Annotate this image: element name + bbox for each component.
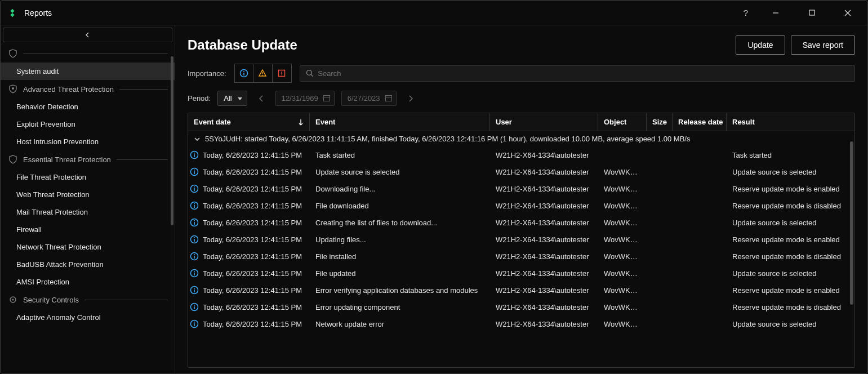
svg-rect-34: [194, 222, 195, 225]
cell-event-date: Today, 6/26/2023 12:41:15 PM: [201, 146, 310, 164]
svg-rect-35: [194, 220, 195, 221]
sidebar-item[interactable]: Exploit Prevention: [1, 115, 175, 133]
date-from-value: 12/31/1969: [282, 94, 318, 103]
svg-rect-40: [194, 256, 195, 259]
svg-rect-9: [243, 71, 244, 72]
cell-event: File downloaded: [310, 197, 490, 215]
table-scrollbar[interactable]: [850, 141, 853, 305]
svg-rect-44: [194, 271, 195, 272]
cell-event-date: Today, 6/26/2023 12:41:15 PM: [201, 214, 310, 231]
sidebar-scrollbar[interactable]: [171, 56, 173, 225]
sidebar-item[interactable]: AMSI Protection: [1, 273, 175, 291]
sidebar-item[interactable]: Mail Threat Protection: [1, 203, 175, 221]
table-row[interactable]: Today, 6/26/2023 12:41:15 PMError verify…: [188, 282, 854, 299]
table-row[interactable]: Today, 6/26/2023 12:41:15 PMError updati…: [188, 299, 854, 315]
cell-size: [647, 218, 673, 227]
table-row[interactable]: Today, 6/26/2023 12:41:15 PMCreating the…: [188, 214, 854, 231]
group-row[interactable]: 5SYoJUdH: started Today, 6/26/2023 11:41…: [188, 131, 854, 146]
cell-release: [673, 252, 727, 261]
cell-event: Task started: [310, 146, 490, 164]
minimize-button[interactable]: [763, 5, 789, 21]
table-row[interactable]: Today, 6/26/2023 12:41:15 PMFile updated…: [188, 265, 854, 282]
period-select[interactable]: All: [217, 91, 247, 106]
info-icon: [188, 184, 201, 193]
cell-release: [673, 302, 727, 311]
column-header-object[interactable]: Object: [598, 113, 647, 131]
cell-event: File updated: [310, 265, 490, 282]
period-next-button[interactable]: [403, 93, 418, 104]
svg-rect-31: [194, 205, 195, 208]
svg-rect-52: [194, 323, 195, 326]
svg-rect-1: [809, 10, 814, 15]
sidebar-collapse-button[interactable]: [3, 28, 172, 42]
date-from-input[interactable]: 12/31/1969: [275, 91, 335, 106]
period-prev-button[interactable]: [254, 93, 269, 104]
search-input-wrap[interactable]: [300, 65, 855, 82]
column-header-result[interactable]: Result: [727, 113, 854, 131]
cell-user: W21H2-X64-1334\autotester: [490, 248, 598, 265]
importance-info-toggle[interactable]: [234, 64, 253, 83]
maximize-button[interactable]: [799, 5, 825, 21]
date-to-input[interactable]: 6/27/2023: [341, 91, 397, 106]
sidebar-item[interactable]: Network Threat Protection: [1, 238, 175, 256]
sidebar-item[interactable]: Adaptive Anomaly Control: [1, 309, 175, 326]
sidebar-item[interactable]: Firewall: [1, 221, 175, 238]
sidebar-item[interactable]: Host Intrusion Prevention: [1, 133, 175, 150]
table-row[interactable]: Today, 6/26/2023 12:41:15 PMDownloading …: [188, 180, 854, 197]
sidebar-section-header: Advanced Threat Protection: [1, 80, 175, 98]
column-header-event-date[interactable]: Event date: [188, 113, 310, 131]
info-icon: [188, 302, 201, 311]
cell-object: WovWK7GA: [598, 231, 647, 248]
cell-user: W21H2-X64-1334\autotester: [490, 265, 598, 282]
sidebar-section-header: Security Controls: [1, 291, 175, 309]
cell-object: WovWK7GA: [598, 248, 647, 265]
svg-rect-29: [194, 186, 195, 188]
svg-rect-50: [194, 305, 195, 306]
cell-size: [647, 252, 673, 261]
search-icon: [306, 69, 314, 77]
cell-release: [673, 184, 727, 193]
importance-warning-toggle[interactable]: [253, 64, 273, 83]
cell-object: [598, 150, 647, 159]
close-button[interactable]: [835, 5, 861, 21]
cell-event-date: Today, 6/26/2023 12:41:15 PM: [201, 231, 310, 248]
cell-object: WovWK7GA: [598, 214, 647, 231]
cell-release: [673, 235, 727, 244]
sidebar-item[interactable]: File Threat Protection: [1, 168, 175, 186]
save-report-button[interactable]: Save report: [791, 35, 855, 55]
table-row[interactable]: Today, 6/26/2023 12:41:15 PMNetwork upda…: [188, 315, 854, 332]
cell-event: Creating the list of files to download..…: [310, 214, 490, 231]
cell-user: W21H2-X64-1334\autotester: [490, 282, 598, 299]
cell-release: [673, 269, 727, 278]
sidebar-item[interactable]: Web Threat Protection: [1, 186, 175, 203]
svg-point-4: [12, 87, 14, 90]
svg-rect-14: [281, 74, 282, 75]
cell-object: WovWK7GA: [598, 265, 647, 282]
info-icon: [188, 167, 201, 176]
column-header-release-date[interactable]: Release date: [673, 113, 727, 131]
column-header-event[interactable]: Event: [310, 113, 490, 131]
sidebar-item[interactable]: Behavior Detection: [1, 98, 175, 115]
group-row-text: 5SYoJUdH: started Today, 6/26/2023 11:41…: [205, 135, 690, 143]
cell-result: Reserve update mode is enabled: [727, 231, 854, 248]
info-icon: [188, 286, 201, 295]
table-row[interactable]: Today, 6/26/2023 12:41:15 PMUpdate sourc…: [188, 163, 854, 180]
column-header-user[interactable]: User: [490, 113, 598, 131]
table-row[interactable]: Today, 6/26/2023 12:41:15 PMTask started…: [188, 146, 854, 163]
search-input[interactable]: [318, 69, 849, 78]
section-icon: [8, 155, 17, 164]
cell-result: Update source is selected: [727, 163, 854, 181]
info-icon: [188, 269, 201, 278]
table-row[interactable]: Today, 6/26/2023 12:41:15 PMFile downloa…: [188, 197, 854, 214]
divider: [117, 159, 168, 160]
svg-rect-8: [243, 73, 244, 75]
sidebar-item[interactable]: System audit: [1, 63, 175, 80]
table-row[interactable]: Today, 6/26/2023 12:41:15 PMUpdating fil…: [188, 231, 854, 248]
table-row[interactable]: Today, 6/26/2023 12:41:15 PMFile install…: [188, 248, 854, 265]
update-button[interactable]: Update: [736, 35, 785, 55]
cell-event: Error updating component: [310, 299, 490, 316]
help-button[interactable]: ?: [739, 6, 753, 20]
importance-critical-toggle[interactable]: [273, 64, 292, 83]
sidebar-item[interactable]: BadUSB Attack Prevention: [1, 256, 175, 273]
column-header-size[interactable]: Size: [647, 113, 673, 131]
